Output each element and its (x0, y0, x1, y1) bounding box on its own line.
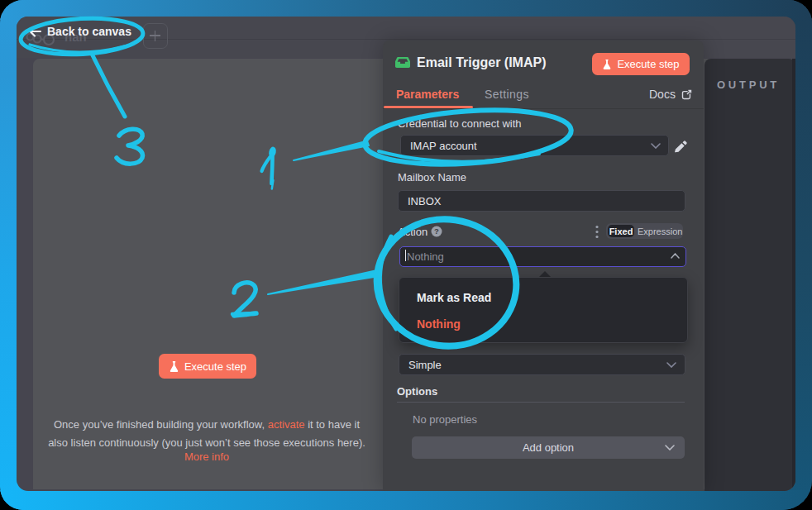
svg-text:?: ? (434, 226, 439, 236)
